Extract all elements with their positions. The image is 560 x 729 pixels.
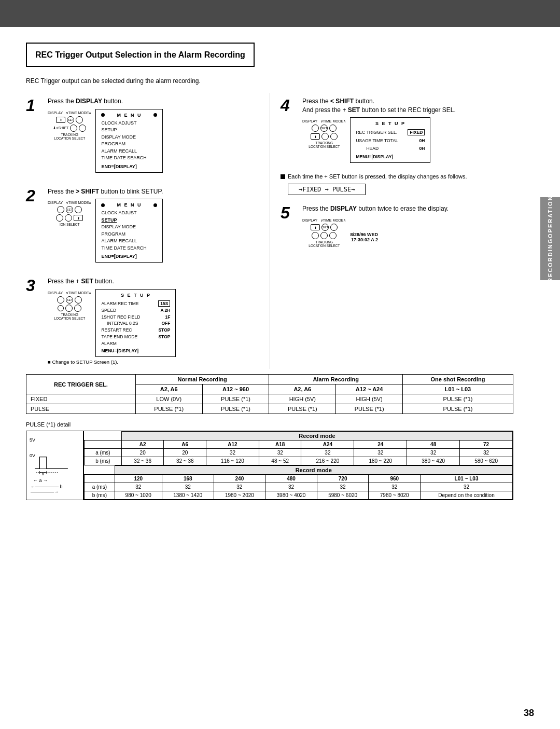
step-2-menu-box: M E N U CLOCK ADJUST SETUP DISPLAY MODE … bbox=[95, 199, 163, 263]
step-5: 5 Press the DISPLAY button twice to eras… bbox=[281, 200, 513, 252]
pulse-table-1: Record mode A2 A6 A12 A18 A24 24 48 72 bbox=[84, 431, 513, 465]
table1-row-a: a (ms) 20 20 32 32 32 32 32 32 bbox=[85, 449, 513, 457]
step-5-display-time: 8/28/96 WED 17:30:02 A 2 bbox=[350, 232, 378, 242]
step-1: 1 Press the DISPLAY button. DISPLAY ∨TIM… bbox=[26, 93, 259, 177]
step-1-menu-box: M E N U CLOCK ADJUST SETUP DISPLAY MODE … bbox=[95, 109, 163, 173]
bullet-note-text: Each time the + SET button is pressed, t… bbox=[288, 173, 467, 180]
pulse-waveform: 5V 0V a ← a → ←————— b —————→ bbox=[26, 431, 83, 500]
oneshot-recording-header: One shot Recording bbox=[403, 375, 513, 384]
alarm-recording-header: Alarm Recording bbox=[269, 375, 403, 384]
bullet-note: Each time the + SET button is pressed, t… bbox=[281, 173, 513, 195]
recording-operation-tab: RECORDING OPERATION bbox=[540, 197, 560, 280]
step-4-device: DISPLAY ∨TIME MODE∧ SET ⬇ bbox=[302, 119, 346, 148]
step-3: 3 Press the + SET button. DISPLAY ∨TIME … bbox=[26, 273, 259, 369]
step-1-device: DISPLAY ∨TIME MODE∧ ⬆ SET ⬇<SHIFT bbox=[48, 111, 91, 140]
step-4-number: 4 bbox=[281, 97, 299, 114]
step-2-number: 2 bbox=[26, 187, 45, 204]
normal-recording-header: Normal Recording bbox=[135, 375, 269, 384]
step-5-text: Press the DISPLAY button twice to erase … bbox=[302, 204, 508, 213]
step-3-setup-box: S E T U P ALARM REC TIME SPEED 1SHOT REC… bbox=[95, 289, 176, 357]
trigger-sel-header: REC TRIGGER SEL. bbox=[26, 375, 136, 394]
col-a12-a24: A12 ~ A24 bbox=[336, 384, 403, 394]
pulse-detail-label: PULSE (*1) detail bbox=[26, 421, 513, 428]
arrow-flow: →FIXED → PULSE→ bbox=[288, 184, 366, 195]
col-a2a6: A2, A6 bbox=[135, 384, 202, 394]
table-row-fixed: FIXED LOW (0V) PULSE (*1) HIGH (5V) HIGH… bbox=[26, 394, 513, 404]
step-3-number: 3 bbox=[26, 277, 45, 294]
step-5-number: 5 bbox=[281, 204, 299, 221]
step-2: 2 Press the > SHIFT button to blink SETU… bbox=[26, 183, 259, 267]
col-l01-l03: L01 ~ L03 bbox=[403, 384, 513, 394]
trigger-table: REC TRIGGER SEL. Normal Recording Alarm … bbox=[26, 374, 513, 414]
col-a12-960: A12 ~ 960 bbox=[202, 384, 269, 394]
step-3-device: DISPLAY ∨TIME MODE∧ SET bbox=[48, 291, 91, 320]
intro-text: REC Trigger output can be selected durin… bbox=[26, 77, 513, 85]
step-2-text: Press the > SHIFT button to blink SETUP. bbox=[48, 187, 254, 196]
table2-row-a: a (ms) 32 32 32 32 32 32 32 bbox=[85, 483, 513, 491]
pulse-label: PULSE bbox=[26, 404, 136, 414]
table1-row-b: b (ms) 32 ~ 36 32 ~ 36 116 ~ 120 48 ~ 52… bbox=[85, 457, 513, 465]
top-bar bbox=[0, 0, 560, 27]
pulse-table-2: Record mode 120 168 240 480 720 960 L01 … bbox=[84, 465, 513, 500]
step-4: 4 Press the < SHIFT button. And press th… bbox=[281, 93, 513, 167]
step-2-device: DISPLAY ∨TIME MODE∧ SET ⬆ bbox=[48, 201, 91, 226]
col-alarm-a2a6: A2, A6 bbox=[269, 384, 336, 394]
step-1-number: 1 bbox=[26, 97, 45, 114]
step-1-text: Press the DISPLAY button. bbox=[48, 97, 254, 106]
step-4-text: Press the < SHIFT button. And press the … bbox=[302, 97, 508, 115]
step-3-note: ■ Change to SETUP Screen (1). bbox=[48, 359, 254, 365]
section-title-box: REC Trigger Output Selection in the Alar… bbox=[26, 43, 255, 67]
step-5-device: DISPLAY ∨TIME MODE∧ ⬆ SET bbox=[302, 218, 346, 247]
table-row-pulse: PULSE PULSE (*1) PULSE (*1) PULSE (*1) P… bbox=[26, 404, 513, 414]
table2-row-b: b (ms) 980 ~ 1020 1380 ~ 1420 1980 ~ 202… bbox=[85, 491, 513, 500]
fixed-label: FIXED bbox=[26, 394, 136, 404]
page-number: 38 bbox=[524, 708, 534, 719]
section-title: REC Trigger Output Selection in the Alar… bbox=[35, 50, 245, 61]
step-4-setup-box: S E T U P REC TRIGGER SEL. USAGE TIME TO… bbox=[350, 117, 430, 163]
pulse-detail-section: 5V 0V a ← a → ←————— b —————→ bbox=[26, 431, 513, 500]
step-3-text: Press the + SET button. bbox=[48, 277, 254, 286]
